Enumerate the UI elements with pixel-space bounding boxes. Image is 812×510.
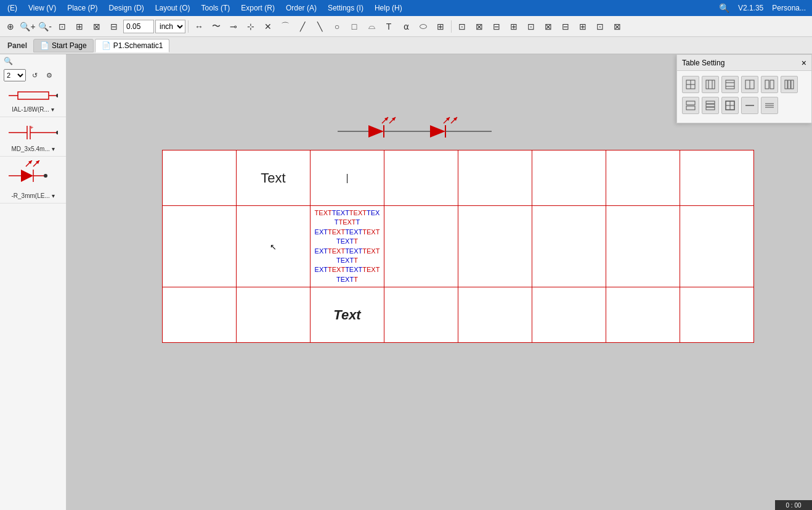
menu-layout[interactable]: Layout (O) [150, 2, 195, 14]
fit-button[interactable]: ⊡ [54, 19, 70, 35]
menu-e[interactable]: (E) [2, 2, 22, 14]
zoom-select-button[interactable]: ⊞ [71, 19, 87, 35]
table-row-1: ↖ TEXTTEXTTEXTTEXTTEXTT EXTTEXTTEXTTEXTT… [163, 206, 754, 287]
bus-button[interactable]: 〜 [208, 19, 224, 35]
cell-2-0[interactable] [163, 287, 237, 343]
line-button[interactable]: ⊸ [225, 19, 242, 35]
menu-help[interactable]: Help (H) [370, 2, 407, 14]
cell-2-4[interactable] [458, 287, 532, 343]
cell-2-2[interactable]: Text [311, 287, 384, 343]
component-capacitor[interactable]: + MD_3x5.4m... ▾ [0, 117, 66, 157]
wire-button[interactable]: ↔ [191, 19, 207, 35]
user-label: Persona... [768, 4, 810, 12]
comp-button[interactable]: ⊡ [454, 19, 470, 35]
cell-2-1[interactable] [237, 287, 311, 343]
menu-order[interactable]: Order (A) [281, 2, 322, 14]
menu-export[interactable]: Export (R) [236, 2, 280, 14]
cell-0-0[interactable] [163, 150, 237, 206]
cell-2-6[interactable] [606, 287, 680, 343]
comp6-button[interactable]: ⊠ [540, 19, 556, 35]
circle-button[interactable]: ○ [329, 19, 345, 35]
curve-button[interactable]: ⌓ [363, 19, 380, 35]
menu-design[interactable]: Design (D) [104, 2, 148, 14]
comp2-button[interactable]: ⊠ [471, 19, 487, 35]
menu-tools[interactable]: Tools (T) [197, 2, 235, 14]
search-icon[interactable]: 🔍 [715, 3, 733, 13]
cell-0-1[interactable]: Text [237, 150, 311, 206]
comp8-button[interactable]: ⊞ [575, 19, 591, 35]
ts-btn-11[interactable] [761, 97, 778, 114]
cell-1-6[interactable] [606, 206, 680, 287]
canvas-area[interactable]: Text | ↖ [67, 54, 812, 510]
ts-btn-4[interactable] [741, 76, 758, 93]
cell-1-5[interactable] [532, 206, 606, 287]
cell-2-5[interactable] [532, 287, 606, 343]
ts-btn-10[interactable] [741, 97, 758, 114]
start-page-icon: 📄 [40, 41, 49, 50]
tabbar: Panel 📄 Start Page 📄 P1.Schematic1 [0, 37, 812, 54]
ts-btn-2[interactable] [702, 76, 719, 93]
table-setting-close[interactable]: × [802, 58, 806, 68]
ts-btn-1[interactable] [682, 76, 699, 93]
zoom-in-button[interactable]: 🔍+ [20, 19, 36, 35]
arc-button[interactable]: ⌒ [277, 19, 293, 35]
comp4-button[interactable]: ⊞ [506, 19, 522, 35]
svg-rect-48 [788, 80, 790, 89]
ts-btn-9[interactable] [721, 97, 739, 114]
cell-multicolor-text: TEXTTEXTTEXTTEXTTEXTT EXTTEXTTEXTTEXTTEX… [313, 208, 381, 284]
tab-start-page[interactable]: 📄 Start Page [33, 39, 94, 52]
svg-rect-1 [18, 92, 49, 99]
cell-1-3[interactable] [384, 206, 458, 287]
cell-1-7[interactable] [680, 206, 754, 287]
settings-icon-btn[interactable]: ⚙ [43, 69, 55, 81]
refresh-button[interactable]: ↺ [28, 69, 41, 81]
menu-view[interactable]: View (V) [23, 2, 61, 14]
tab-schematic1[interactable]: 📄 P1.Schematic1 [95, 39, 170, 52]
cell-0-4[interactable] [458, 150, 532, 206]
cell-2-7[interactable] [680, 287, 754, 343]
cell-0-2[interactable]: | [311, 150, 384, 206]
oval-button[interactable]: ⬭ [415, 19, 431, 35]
zoom-level-select[interactable]: 213 [4, 69, 26, 81]
cell-1-4[interactable] [458, 206, 532, 287]
zoom-area-button[interactable]: ⊠ [89, 19, 105, 35]
cell-0-3[interactable] [384, 150, 458, 206]
cell-2-3[interactable] [384, 287, 458, 343]
comp3-button[interactable]: ⊟ [489, 19, 505, 35]
new-button[interactable]: ⊕ [2, 19, 18, 35]
comp5-button[interactable]: ⊡ [523, 19, 539, 35]
diag2-button[interactable]: ╲ [312, 19, 328, 35]
diag-button[interactable]: ╱ [294, 19, 311, 35]
comp7-button[interactable]: ⊟ [558, 19, 574, 35]
cell-0-7[interactable] [680, 150, 754, 206]
junction-button[interactable]: ⊹ [243, 19, 259, 35]
comp9-button[interactable]: ⊡ [592, 19, 608, 35]
text2-button[interactable]: ⍺ [398, 19, 414, 35]
cell-1-2[interactable]: TEXTTEXTTEXTTEXTTEXTT EXTTEXTTEXTTEXTTEX… [311, 206, 384, 287]
zoom-out-button[interactable]: 🔍- [37, 19, 53, 35]
menu-place[interactable]: Place (P) [62, 2, 102, 14]
mouse-cursor: ↖ [270, 242, 277, 251]
start-page-label: Start Page [52, 41, 87, 50]
component-diode[interactable]: -R_3mm(LE... ▾ [0, 157, 66, 204]
text-button[interactable]: T [381, 19, 397, 35]
table-button[interactable]: ⊞ [432, 19, 449, 35]
cell-1-0[interactable] [163, 206, 237, 287]
rect-button[interactable]: □ [346, 19, 362, 35]
ts-btn-5[interactable] [761, 76, 778, 93]
ts-btn-7[interactable] [682, 97, 699, 114]
component-resistor[interactable]: IAL-1/8W(R... ▾ [0, 83, 66, 117]
ts-btn-6[interactable] [781, 76, 798, 93]
cell-0-5[interactable] [532, 150, 606, 206]
comp10-button[interactable]: ⊠ [609, 19, 625, 35]
zoom-value-input[interactable] [123, 20, 154, 33]
cell-0-6[interactable] [606, 150, 680, 206]
grid-button[interactable]: ⊟ [106, 19, 122, 35]
ts-btn-3[interactable] [721, 76, 739, 93]
menu-settings[interactable]: Settings (I) [323, 2, 368, 14]
cross-button[interactable]: ✕ [260, 19, 276, 35]
schematic-table[interactable]: Text | ↖ [162, 150, 754, 343]
ts-btn-8[interactable] [702, 97, 719, 114]
cell-1-1[interactable]: ↖ [237, 206, 311, 287]
unit-select[interactable]: inch mm mil [155, 20, 185, 33]
